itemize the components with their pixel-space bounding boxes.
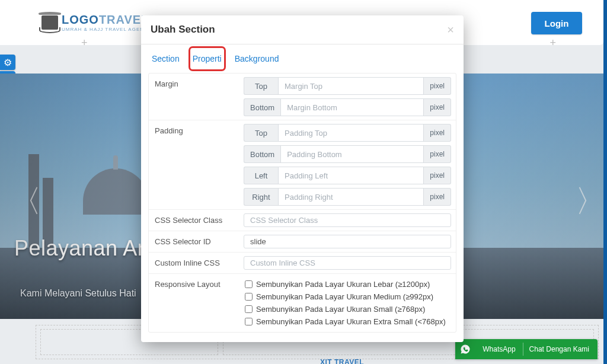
label-margin: Margin [149, 74, 239, 120]
margin-bottom-input[interactable] [280, 98, 424, 116]
modal-tabs: Section Properti Background [141, 44, 464, 68]
padding-top-input[interactable] [278, 124, 424, 142]
margin-top-input[interactable] [278, 77, 424, 95]
addon-pixel: pixel [424, 124, 451, 142]
addon-bottom: Bottom [244, 145, 280, 163]
padding-bottom-input[interactable] [280, 145, 424, 163]
label-custom-css: Custom Inline CSS [149, 253, 239, 273]
properti-form: Margin Top pixel Bottom pixel Padding [148, 73, 456, 333]
modal-close-button[interactable]: × [447, 24, 454, 36]
responsive-sm-checkbox[interactable]: Sembunyikan Pada Layar Ukuran Small (≥76… [245, 305, 450, 314]
padding-left-input[interactable] [278, 167, 424, 184]
addon-top: Top [244, 77, 278, 95]
tab-background[interactable]: Background [234, 49, 280, 68]
css-class-input[interactable] [244, 213, 451, 227]
addon-pixel: pixel [424, 98, 451, 116]
tab-section[interactable]: Section [151, 49, 181, 68]
addon-pixel: pixel [424, 188, 451, 206]
close-icon: × [447, 23, 454, 36]
custom-css-input[interactable] [244, 256, 451, 270]
responsive-md-checkbox[interactable]: Sembunyikan Pada Layar Ukuran Medium (≥9… [245, 292, 450, 301]
label-css-id: CSS Selector ID [149, 231, 239, 252]
addon-pixel: pixel [424, 77, 451, 95]
modal-title: Ubah Section [151, 24, 215, 36]
addon-top: Top [244, 124, 278, 142]
addon-left: Left [244, 167, 278, 184]
edit-section-modal: Ubah Section × Section Properti Backgrou… [141, 15, 464, 342]
label-padding: Padding [149, 120, 239, 209]
css-id-input[interactable] [244, 235, 451, 248]
addon-right: Right [244, 188, 278, 206]
padding-right-input[interactable] [278, 188, 424, 206]
addon-pixel: pixel [424, 145, 451, 163]
responsive-xs-checkbox[interactable]: Sembunyikan Pada Layar Ukuran Extra Smal… [245, 317, 450, 326]
label-responsive: Responsive Layout [149, 274, 239, 332]
tab-properti[interactable]: Properti [191, 49, 223, 68]
addon-pixel: pixel [424, 167, 451, 184]
addon-bottom: Bottom [244, 98, 280, 116]
label-css-class: CSS Selector Class [149, 210, 239, 231]
responsive-lg-checkbox[interactable]: Sembunyikan Pada Layar Ukuran Lebar (≥12… [245, 280, 450, 289]
